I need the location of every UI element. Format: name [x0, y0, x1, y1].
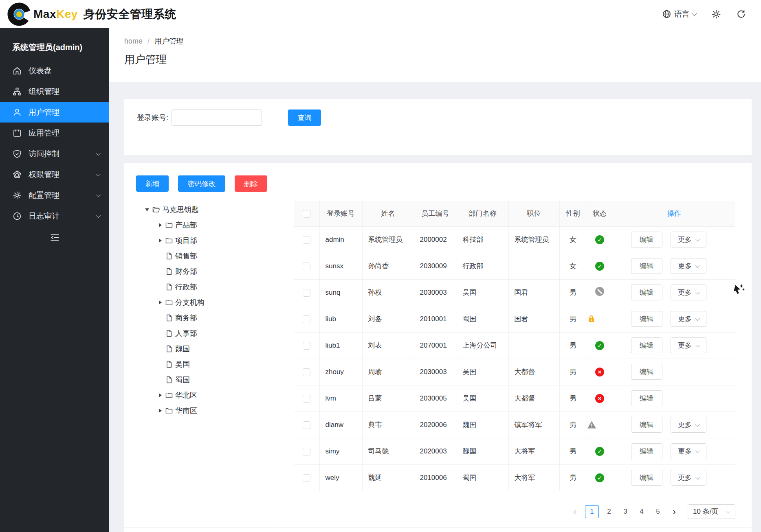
edit-button[interactable]: 编辑 — [631, 337, 662, 353]
row-checkbox[interactable] — [303, 263, 310, 270]
more-button[interactable]: 更多 — [671, 285, 706, 300]
sidebar-item-permission[interactable]: 权限管理 — [0, 164, 109, 185]
checkbox-cell — [294, 332, 319, 359]
caret-right-icon[interactable] — [156, 221, 164, 229]
more-button[interactable]: 更多 — [671, 232, 706, 247]
checkbox-cell — [294, 412, 319, 438]
delete-button[interactable]: 删除 — [235, 175, 267, 192]
sidebar-item-app[interactable]: 应用管理 — [0, 123, 109, 143]
change-password-button[interactable]: 密码修改 — [178, 175, 225, 192]
tree-node[interactable]: 吴国 — [124, 357, 279, 372]
tree-node[interactable]: 蜀国 — [124, 372, 279, 388]
edit-button[interactable]: 编辑 — [631, 470, 662, 486]
tree-node[interactable]: 华北区 — [124, 388, 279, 403]
row-checkbox[interactable] — [303, 342, 310, 350]
sidebar-item-dashboard[interactable]: 仪表盘 — [0, 60, 109, 81]
pagination-next[interactable]: › — [668, 505, 680, 518]
edit-button[interactable]: 编辑 — [631, 390, 662, 406]
sidebar-user-title: 系统管理员(admin) — [0, 28, 109, 60]
more-button[interactable]: 更多 — [671, 417, 706, 433]
tree-node[interactable]: 魏国 — [124, 341, 279, 357]
sidebar-item-access[interactable]: 访问控制 — [0, 143, 109, 164]
row-checkbox[interactable] — [303, 395, 310, 403]
pagination-page-3[interactable]: 3 — [619, 505, 631, 518]
edit-button[interactable]: 编辑 — [631, 443, 662, 459]
edit-button[interactable]: 编辑 — [631, 258, 662, 274]
tree-node[interactable]: 财务部 — [124, 264, 279, 279]
query-button[interactable]: 查询 — [288, 109, 321, 126]
employee-id-cell: 2030003 — [414, 279, 457, 306]
pagination-page-4[interactable]: 4 — [636, 505, 648, 518]
caret-right-icon[interactable] — [156, 391, 164, 399]
tree-node[interactable]: 项目部 — [124, 233, 279, 248]
edit-button[interactable]: 编辑 — [631, 232, 662, 247]
login-account-input[interactable] — [172, 109, 262, 126]
add-button[interactable]: 新增 — [136, 175, 169, 192]
sidebar-item-label: 组织管理 — [29, 86, 59, 97]
tree-node[interactable]: 华南区 — [124, 403, 279, 418]
sidebar-item-org[interactable]: 组织管理 — [0, 81, 109, 102]
sidebar-item-config[interactable]: 配置管理 — [0, 185, 109, 206]
row-checkbox[interactable] — [303, 474, 310, 482]
row-checkbox[interactable] — [303, 236, 310, 244]
edit-button[interactable]: 编辑 — [631, 311, 662, 327]
edit-button[interactable]: 编辑 — [631, 417, 662, 433]
pagination-page-5[interactable]: 5 — [652, 505, 664, 518]
gender-cell: 男 — [559, 438, 587, 464]
position-cell: 镇军将军 — [508, 412, 559, 438]
logout-refresh-icon[interactable] — [736, 9, 746, 19]
more-button[interactable]: 更多 — [671, 470, 706, 486]
tree-node[interactable]: 人事部 — [124, 326, 279, 341]
position-cell — [508, 332, 559, 359]
select-all-checkbox[interactable] — [303, 210, 310, 218]
name-cell: 孙权 — [362, 279, 414, 306]
user-table-pane: 登录账号姓名员工编号部门名称职位性别状态操作 admin系统管理员2000002… — [279, 201, 752, 532]
more-button[interactable]: 更多 — [671, 311, 706, 327]
more-button[interactable]: 更多 — [671, 258, 706, 274]
name-cell: 典韦 — [362, 412, 414, 438]
tree-node[interactable]: 销售部 — [124, 248, 279, 264]
position-cell: 国君 — [508, 306, 559, 332]
caret-right-icon[interactable] — [156, 407, 164, 415]
department-cell: 上海分公司 — [457, 332, 508, 359]
row-checkbox[interactable] — [303, 315, 310, 323]
menu-fold-icon[interactable] — [49, 232, 60, 243]
page-size-select[interactable]: 10 条/页 — [688, 504, 735, 519]
tree-node[interactable]: 马克思钥匙 — [124, 202, 279, 217]
checkbox-cell — [294, 385, 319, 412]
table-row: simy司马懿2020003魏国大将军男✓编辑更多 — [294, 438, 735, 464]
folder-icon — [165, 236, 173, 245]
language-selector[interactable]: 语言 — [662, 9, 696, 20]
sidebar-item-label: 访问控制 — [29, 149, 59, 159]
column-header: 员工编号 — [414, 201, 457, 226]
caret-right-icon[interactable] — [156, 298, 164, 307]
status-cell — [587, 306, 613, 332]
edit-button[interactable]: 编辑 — [631, 364, 662, 380]
row-checkbox[interactable] — [303, 289, 310, 297]
caret-down-icon[interactable] — [143, 206, 151, 214]
row-checkbox[interactable] — [303, 448, 310, 455]
sidebar-item-label: 日志审计 — [29, 211, 59, 221]
sidebar-item-user[interactable]: 用户管理 — [0, 102, 109, 123]
caret-placeholder — [156, 252, 164, 260]
row-checkbox[interactable] — [303, 368, 310, 376]
pagination-page-1[interactable]: 1 — [585, 505, 599, 518]
tree-node[interactable]: 分支机构 — [124, 295, 279, 310]
checkbox-cell — [294, 464, 319, 491]
row-checkbox[interactable] — [303, 421, 310, 429]
breadcrumb-home-link[interactable]: home — [124, 37, 143, 46]
tree-node[interactable]: 行政部 — [124, 279, 279, 295]
tree-node[interactable]: 商务部 — [124, 310, 279, 326]
edit-button[interactable]: 编辑 — [631, 285, 662, 300]
more-button[interactable]: 更多 — [671, 443, 706, 459]
more-button[interactable]: 更多 — [671, 337, 706, 353]
checkbox-cell — [294, 359, 319, 385]
pagination-prev[interactable]: ‹ — [569, 505, 581, 518]
caret-right-icon[interactable] — [156, 236, 164, 245]
language-label: 语言 — [674, 9, 690, 20]
sidebar-item-audit[interactable]: 日志审计 — [0, 206, 109, 226]
status-cell: ✓ — [587, 438, 613, 464]
pagination-page-2[interactable]: 2 — [603, 505, 615, 518]
settings-gear-icon[interactable] — [711, 9, 721, 20]
tree-node[interactable]: 产品部 — [124, 217, 279, 233]
